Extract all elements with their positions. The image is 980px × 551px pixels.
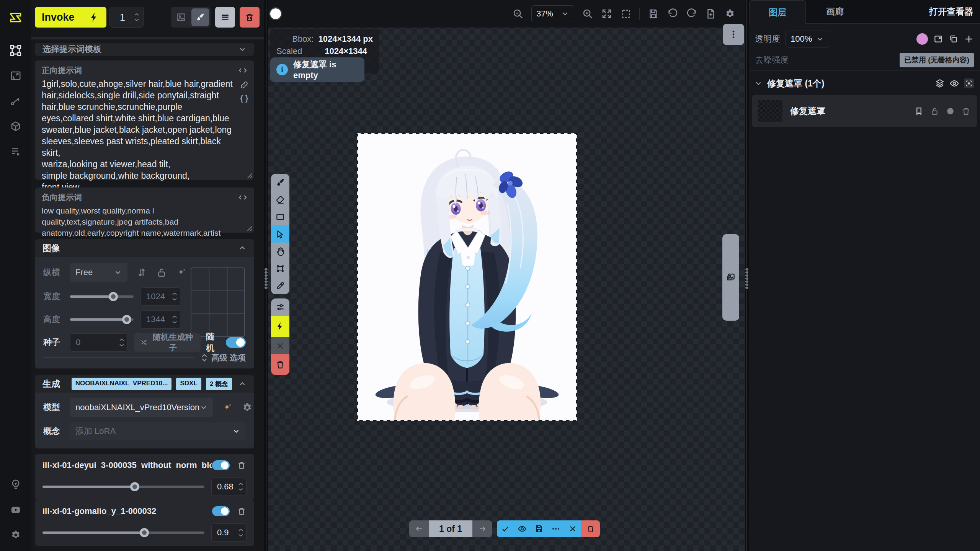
- eraser-tool-button[interactable]: [271, 191, 289, 208]
- fit-bbox-icon[interactable]: [620, 8, 632, 20]
- send-to-gallery-button[interactable]: [172, 8, 190, 26]
- duplicate-icon[interactable]: [949, 34, 959, 44]
- gear-icon[interactable]: [7, 526, 25, 544]
- brush-tool-button[interactable]: [271, 174, 289, 191]
- previous-image-button[interactable]: [409, 520, 429, 537]
- open-viewer-button[interactable]: 打开查看器: [929, 6, 973, 18]
- opacity-select[interactable]: 100%: [786, 31, 829, 47]
- layer-row-inpaint-mask[interactable]: 修复遮罩: [752, 95, 977, 127]
- panel-resize-handle[interactable]: [264, 0, 268, 551]
- transform-tool-button[interactable]: [271, 260, 289, 277]
- canvas-area[interactable]: 37% Bbox:1024×1344 px Scaled Bbox:1024×1…: [268, 0, 746, 551]
- mask-color-swatch[interactable]: [916, 33, 928, 45]
- gallery-drawer-handle[interactable]: [722, 234, 739, 321]
- lora-weight-slider[interactable]: [42, 531, 204, 534]
- height-input[interactable]: 1344: [140, 310, 180, 329]
- prompt-template-select[interactable]: 选择提示词模板: [35, 43, 254, 56]
- sidebar-item-models[interactable]: [7, 117, 25, 135]
- braces-icon[interactable]: { }: [240, 94, 249, 103]
- lora-enabled-toggle[interactable]: [212, 460, 230, 470]
- sidebar-item-canvas[interactable]: [7, 41, 25, 60]
- stepper-arrows[interactable]: [238, 482, 244, 492]
- stepper-arrows[interactable]: [238, 528, 244, 538]
- random-seed-button[interactable]: 随机生成种子: [134, 333, 201, 352]
- stepper-arrows[interactable]: [172, 292, 178, 302]
- panel-resize-handle[interactable]: [745, 0, 749, 551]
- invoke-region-button[interactable]: [271, 316, 289, 337]
- zoom-level-select[interactable]: 37%: [531, 5, 574, 22]
- sidebar-item-queue[interactable]: [7, 142, 25, 161]
- undo-icon[interactable]: [667, 8, 678, 20]
- chevron-up-icon[interactable]: [238, 380, 247, 388]
- save-staged-button[interactable]: [531, 520, 547, 537]
- lora-weight-input[interactable]: 0.68: [211, 478, 247, 496]
- new-file-icon[interactable]: [705, 8, 717, 20]
- lora-enabled-toggle[interactable]: [212, 506, 230, 516]
- advanced-options-row[interactable]: 高级 选项: [43, 352, 246, 363]
- save-icon[interactable]: [648, 8, 659, 20]
- delete-layer-button[interactable]: [271, 354, 289, 375]
- clear-queue-button[interactable]: [240, 7, 260, 28]
- sparkles-icon[interactable]: [176, 267, 187, 278]
- image-settings-header[interactable]: 图像: [35, 239, 254, 257]
- model-select[interactable]: noobaiXLNAIXL_vPred10Version: [70, 398, 213, 417]
- accept-image-button[interactable]: [497, 520, 514, 537]
- filter-button[interactable]: [271, 298, 289, 316]
- random-seed-toggle[interactable]: [226, 337, 246, 348]
- code-icon[interactable]: [238, 66, 247, 75]
- youtube-icon[interactable]: [7, 500, 25, 519]
- tab-layers[interactable]: 图层: [749, 0, 806, 24]
- sparkles-icon[interactable]: [222, 402, 233, 413]
- lock-open-icon[interactable]: [930, 106, 939, 116]
- add-lora-select[interactable]: 添加 LoRA: [70, 422, 246, 440]
- eyedropper-tool-button[interactable]: [271, 277, 289, 294]
- width-slider[interactable]: [70, 295, 134, 298]
- stepper-arrows[interactable]: [119, 337, 125, 347]
- pan-tool-button[interactable]: [271, 243, 289, 260]
- gear-icon[interactable]: [242, 402, 253, 413]
- zoom-in-icon[interactable]: [582, 8, 593, 20]
- trash-icon[interactable]: [237, 506, 247, 516]
- preview-toggle-button[interactable]: [514, 520, 531, 537]
- batch-count-stepper[interactable]: 1: [109, 7, 144, 28]
- lightbulb-icon[interactable]: [7, 475, 25, 494]
- move-tool-button[interactable]: [271, 225, 289, 243]
- bookmark-icon[interactable]: [914, 106, 924, 116]
- trash-icon[interactable]: [961, 106, 971, 116]
- discard-image-button[interactable]: [564, 520, 581, 537]
- invoke-logo-icon[interactable]: [7, 8, 25, 27]
- discard-all-button[interactable]: [581, 520, 600, 537]
- circle-icon[interactable]: [946, 106, 955, 116]
- plus-icon[interactable]: [964, 34, 974, 44]
- swap-vertical-icon[interactable]: [136, 267, 147, 278]
- invoke-button[interactable]: Invoke: [35, 7, 106, 28]
- code-icon[interactable]: [238, 193, 247, 202]
- height-slider[interactable]: [70, 318, 134, 321]
- send-to-canvas-button[interactable]: [191, 8, 209, 26]
- cancel-button[interactable]: [271, 337, 289, 354]
- mask-section-header[interactable]: 修复遮罩 (1个): [754, 75, 974, 92]
- layers-icon[interactable]: [935, 78, 945, 88]
- link-icon[interactable]: [240, 80, 249, 90]
- width-input[interactable]: 1024: [140, 287, 180, 306]
- next-image-button[interactable]: [472, 520, 492, 537]
- lora-weight-slider[interactable]: [42, 486, 204, 488]
- frame-icon[interactable]: [964, 78, 974, 88]
- generation-header[interactable]: 生成 NOOBAIXLNAIXL_VPRED10... SDXL 2 概念: [35, 375, 254, 393]
- eye-icon[interactable]: [949, 78, 959, 88]
- fit-layer-icon[interactable]: [933, 34, 943, 44]
- fit-view-icon[interactable]: [601, 8, 612, 20]
- sidebar-item-workflows[interactable]: [7, 92, 25, 110]
- stepper-arrows[interactable]: [134, 12, 140, 22]
- zoom-out-icon[interactable]: [512, 8, 524, 20]
- gear-icon[interactable]: [724, 8, 736, 20]
- tab-gallery[interactable]: 画廊: [806, 0, 864, 23]
- queue-menu-button[interactable]: [215, 7, 235, 28]
- aspect-select[interactable]: Free: [70, 263, 127, 282]
- canvas-options-button[interactable]: [723, 24, 744, 45]
- chevron-up-icon[interactable]: [238, 244, 247, 252]
- trash-icon[interactable]: [237, 460, 247, 470]
- lock-open-icon[interactable]: [156, 267, 167, 278]
- staging-more-button[interactable]: [547, 520, 564, 537]
- sidebar-item-upscale[interactable]: [7, 67, 25, 85]
